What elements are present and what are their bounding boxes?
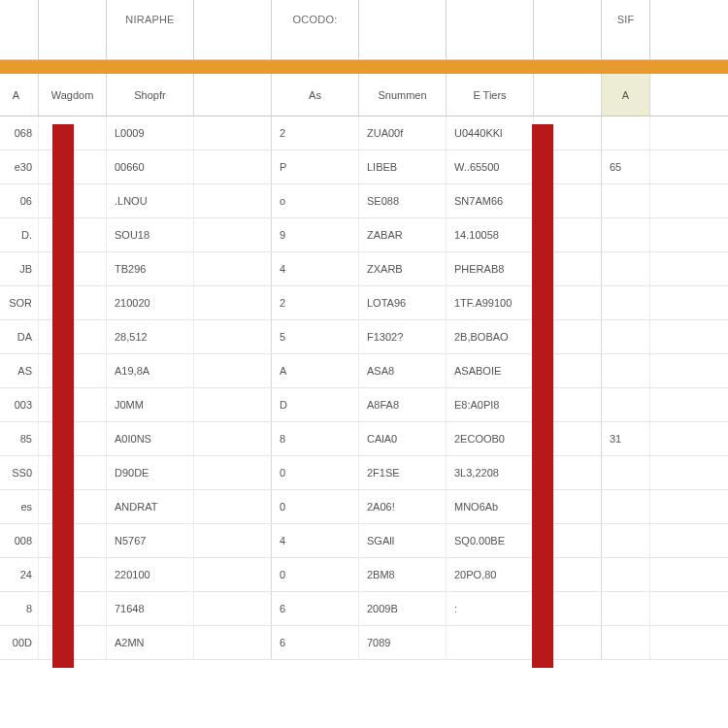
spreadsheet-view[interactable]: NIRAPHE OCODO: SIF A Wagdom Shopfr As Sn… [0,0,728,728]
cell-c2[interactable]: A2MN [107,626,194,659]
cell-c2[interactable]: L0009 [107,116,194,149]
cell-c6[interactable] [447,626,534,659]
cell-c0[interactable]: SS0 [0,456,39,489]
cell-c0[interactable]: SOR [0,286,39,319]
table-row[interactable]: ASA19,8AAASA8ASABOIE [0,354,728,388]
cell-c5[interactable]: LIBEB [359,150,447,183]
cell-c2[interactable]: .LNOU [107,184,194,217]
cell-c8[interactable] [602,252,650,285]
cell-c0[interactable]: D. [0,218,39,251]
cell-c5[interactable]: ASA8 [359,354,447,387]
cell-c5[interactable]: SE088 [359,184,447,217]
cell-c6[interactable]: SQ0.00BE [447,524,534,557]
table-row[interactable]: esANDRAT02A06!MNO6Ab [0,490,728,524]
cell-c3[interactable] [194,150,272,183]
cell-c6[interactable]: E8:A0PI8 [447,388,534,421]
col-header-right[interactable]: A [602,74,650,116]
cell-c6[interactable]: U0440KKl [447,116,534,149]
cell-c3[interactable] [194,490,272,523]
cell-c8[interactable] [602,456,650,489]
cell-c2[interactable]: 28,512 [107,320,194,353]
cell-c3[interactable] [194,626,272,659]
cell-c6[interactable]: 2B,BOBAO [447,320,534,353]
cell-c6[interactable]: : [447,592,534,625]
cell-c5[interactable]: CAlA0 [359,422,447,455]
cell-c8[interactable] [602,354,650,387]
cell-c5[interactable]: A8FA8 [359,388,447,421]
cell-c4[interactable]: P [272,150,359,183]
cell-c4[interactable]: 5 [272,320,359,353]
table-row[interactable]: 003J0MMDA8FA8E8:A0PI8 [0,388,728,422]
cell-c3[interactable] [194,252,272,285]
cell-c8[interactable] [602,524,650,557]
col-header-wagdom[interactable]: Wagdom [39,74,107,116]
cell-c4[interactable]: 4 [272,524,359,557]
cell-c0[interactable]: es [0,490,39,523]
cell-c3[interactable] [194,456,272,489]
cell-c2[interactable]: 71648 [107,592,194,625]
cell-c0[interactable]: 00D [0,626,39,659]
cell-c8[interactable]: 31 [602,422,650,455]
col-header-as[interactable]: As [272,74,359,116]
cell-c3[interactable] [194,558,272,591]
cell-c8[interactable] [602,626,650,659]
cell-c4[interactable]: 9 [272,218,359,251]
cell-c0[interactable]: 06 [0,184,39,217]
cell-c6[interactable]: ASABOIE [447,354,534,387]
cell-c0[interactable]: 8 [0,592,39,625]
cell-c5[interactable]: ZABAR [359,218,447,251]
col-header-tiers[interactable]: E Tiers [447,74,534,116]
cell-c4[interactable]: 0 [272,558,359,591]
cell-c5[interactable]: 7089 [359,626,447,659]
cell-c4[interactable]: 4 [272,252,359,285]
cell-c2[interactable]: 210020 [107,286,194,319]
cell-c2[interactable]: A0I0NS [107,422,194,455]
cell-c0[interactable]: 008 [0,524,39,557]
cell-c0[interactable]: AS [0,354,39,387]
cell-c8[interactable] [602,320,650,353]
cell-c0[interactable]: 068 [0,116,39,149]
cell-c2[interactable]: SOU18 [107,218,194,251]
cell-c6[interactable]: 1TF.A99100 [447,286,534,319]
cell-c4[interactable]: 2 [272,286,359,319]
cell-c8[interactable] [602,558,650,591]
cell-c8[interactable] [602,286,650,319]
cell-c0[interactable]: 85 [0,422,39,455]
cell-c8[interactable] [602,218,650,251]
cell-c4[interactable]: 6 [272,592,359,625]
cell-c3[interactable] [194,286,272,319]
cell-c5[interactable]: 2009B [359,592,447,625]
table-row[interactable]: D.SOU189ZABAR14.10058 [0,218,728,252]
table-row[interactable]: SS0D90DE02F1SE3L3,2208 [0,456,728,490]
data-rows-region[interactable]: 068L00092ZUA00fU0440KKle3000660PLIBEBW..… [0,116,728,728]
cell-c2[interactable]: TB296 [107,252,194,285]
table-row[interactable]: 008N57674SGAllSQ0.00BE [0,524,728,558]
cell-c4[interactable]: 0 [272,490,359,523]
table-row[interactable]: 06.LNOUoSE088SN7AM66 [0,184,728,218]
cell-c0[interactable]: DA [0,320,39,353]
cell-c4[interactable]: 8 [272,422,359,455]
cell-c6[interactable]: 2ECOOB0 [447,422,534,455]
table-row[interactable]: e3000660PLIBEBW..6550065 [0,150,728,184]
table-row[interactable]: 87164862009B: [0,592,728,626]
cell-c8[interactable] [602,388,650,421]
table-row[interactable]: 2422010002BM820PO,80 [0,558,728,592]
cell-c3[interactable] [194,422,272,455]
cell-c3[interactable] [194,320,272,353]
cell-c4[interactable]: A [272,354,359,387]
cell-c6[interactable]: W..65500 [447,150,534,183]
cell-c4[interactable]: 6 [272,626,359,659]
cell-c3[interactable] [194,116,272,149]
cell-c3[interactable] [194,388,272,421]
cell-c2[interactable]: ANDRAT [107,490,194,523]
cell-c6[interactable]: 14.10058 [447,218,534,251]
table-row[interactable]: 068L00092ZUA00fU0440KKl [0,116,728,150]
cell-c3[interactable] [194,218,272,251]
cell-c2[interactable]: N5767 [107,524,194,557]
cell-c3[interactable] [194,184,272,217]
col-header-blank1[interactable] [194,74,272,116]
cell-c5[interactable]: ZUA00f [359,116,447,149]
cell-c4[interactable]: 2 [272,116,359,149]
cell-c4[interactable]: D [272,388,359,421]
cell-c5[interactable]: 2BM8 [359,558,447,591]
